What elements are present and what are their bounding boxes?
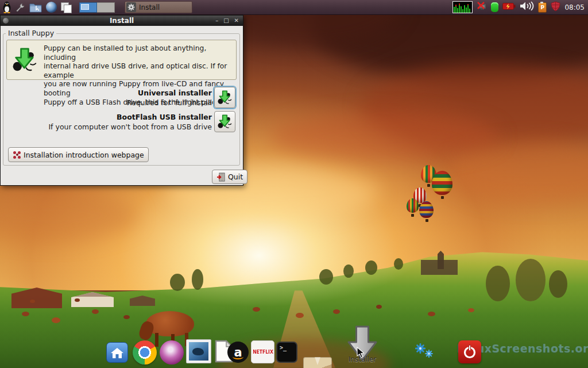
exit-door-icon xyxy=(216,172,226,182)
power-symbol-icon xyxy=(462,344,477,359)
webpage-icon xyxy=(13,151,21,159)
dock-chrome-icon[interactable] xyxy=(133,340,157,365)
task-button-label: Install xyxy=(139,3,160,12)
dock-settings-gears-icon[interactable] xyxy=(415,343,434,362)
terminal-prompt: >_ xyxy=(280,344,296,351)
firewall-shield-icon[interactable] xyxy=(551,1,560,14)
house-icon xyxy=(109,345,126,360)
amazon-smile xyxy=(233,354,243,359)
globe-icon[interactable] xyxy=(46,2,57,13)
dock-package-icon[interactable]: K xyxy=(303,357,332,368)
universal-installer-button[interactable] xyxy=(214,87,235,108)
minimize-button[interactable]: – xyxy=(215,18,218,24)
task-button-install[interactable]: Install xyxy=(125,1,192,13)
church-tower xyxy=(438,251,444,269)
quit-button[interactable]: Quit xyxy=(212,170,247,184)
file-manager-icon[interactable] xyxy=(29,2,42,13)
webpage-button-label: Installation introduction webpage xyxy=(24,151,144,159)
gear-icon xyxy=(126,2,136,12)
menu-puppy-icon[interactable] xyxy=(2,1,11,13)
dock-netflix-icon[interactable]: NETFLIX xyxy=(251,340,274,363)
clock: 08:05 xyxy=(564,3,585,12)
bootflash-installer-button[interactable] xyxy=(214,111,235,132)
cloud xyxy=(270,112,500,161)
workspace-2[interactable] xyxy=(97,2,115,13)
window-title: Install xyxy=(1,17,243,25)
network-offline-icon[interactable] xyxy=(477,1,487,13)
puppy-installer-icon xyxy=(11,47,38,73)
info-box: Puppy can be installed to just about any… xyxy=(6,40,237,80)
netflix-label: NETFLIX xyxy=(253,349,273,355)
volume-icon[interactable] xyxy=(520,1,534,13)
bootflash-installer-text: BootFlash USB installer If your computer… xyxy=(35,112,212,132)
dock-terminal-icon[interactable]: >_ xyxy=(276,342,297,363)
dock-tor-onion-icon[interactable] xyxy=(160,340,184,365)
install-window: Install – □ ✕ Install Puppy Puppy can be… xyxy=(0,15,243,186)
dock-power-icon[interactable] xyxy=(458,340,481,363)
quit-button-label: Quit xyxy=(228,172,243,181)
window-titlebar[interactable]: Install – □ ✕ xyxy=(1,16,243,26)
group-label: Install Puppy xyxy=(6,29,56,37)
dock-mail-stamp-icon[interactable] xyxy=(186,339,211,363)
system-tray: P 08:05 xyxy=(452,1,588,14)
taskbar: Install P 08:05 xyxy=(0,0,588,15)
cpu-graph-icon[interactable] xyxy=(452,1,473,13)
battery-power-icon[interactable] xyxy=(502,2,516,13)
maximize-button[interactable]: □ xyxy=(223,18,229,24)
dock-amazon-icon[interactable]: a xyxy=(227,342,249,363)
workspace-pager xyxy=(79,2,115,13)
puppy-installer-icon xyxy=(217,90,233,105)
dock-installer-icon[interactable] xyxy=(345,325,380,365)
close-button[interactable]: ✕ xyxy=(234,18,239,24)
desktop: LinuxScreenshots.org a NETFLIX >_ K xyxy=(0,0,588,368)
dock-home-icon[interactable] xyxy=(106,342,128,363)
balloon xyxy=(432,171,452,195)
disk-usage-icon[interactable] xyxy=(491,2,498,12)
balloon xyxy=(419,201,434,218)
puppy-installer-icon xyxy=(217,114,233,129)
gears-icon xyxy=(415,343,434,360)
clipboard-icon[interactable]: P xyxy=(538,2,547,13)
balloon xyxy=(407,198,419,213)
windows-pages-icon[interactable] xyxy=(61,2,72,13)
mouse-cursor xyxy=(356,347,365,359)
setup-wrench-icon[interactable] xyxy=(16,3,25,12)
universal-installer-text: Universal installer Required for 'full' … xyxy=(35,88,212,108)
installation-webpage-button[interactable]: Installation introduction webpage xyxy=(8,147,149,162)
workspace-1[interactable] xyxy=(79,2,97,13)
